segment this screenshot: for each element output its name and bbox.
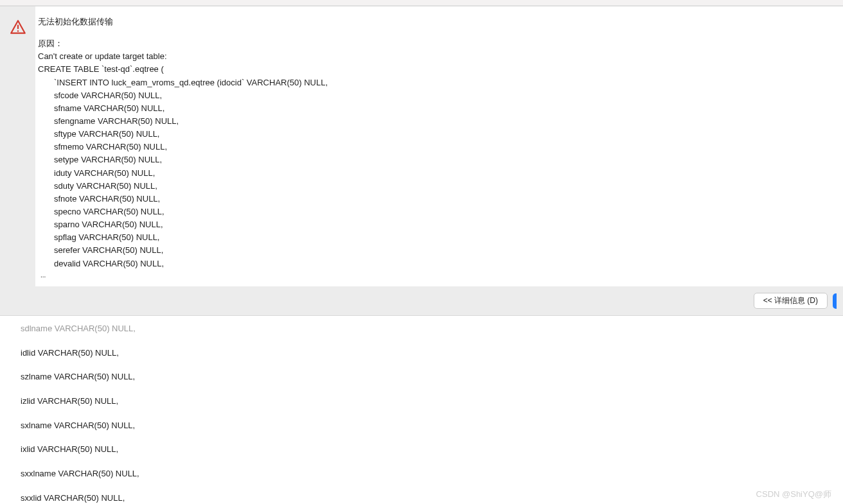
svg-rect-1 (17, 30, 18, 31)
log-col: sdlname VARCHAR(50) NULL, (5, 323, 843, 335)
log-col: ixlid VARCHAR(50) NULL, (5, 444, 843, 456)
log-col: szlname VARCHAR(50) NULL, (5, 371, 843, 383)
dialog-icon-slot (0, 6, 35, 36)
dialog-col: sduty VARCHAR(50) NULL, (38, 180, 834, 193)
dialog-reason-label: 原因： (38, 37, 834, 50)
log-col: sxlname VARCHAR(50) NULL, (5, 420, 843, 432)
dialog-trailing: ... (38, 270, 834, 281)
dialog-body: 无法初始化数据传输 原因： Can't create or update tar… (35, 6, 843, 286)
log-col: izlid VARCHAR(50) NULL, (5, 395, 843, 408)
dialog-col: sfname VARCHAR(50) NULL, (38, 102, 834, 115)
dialog-col: sfcode VARCHAR(50) NULL, (38, 89, 834, 102)
warning-icon (10, 19, 26, 36)
sql-log-panel[interactable]: sdlname VARCHAR(50) NULL, idlid VARCHAR(… (0, 316, 843, 504)
error-dialog: 无法初始化数据传输 原因： Can't create or update tar… (0, 6, 843, 316)
details-button[interactable]: << 详细信息 (D) (754, 293, 828, 309)
primary-button-sliver[interactable] (833, 293, 837, 309)
dialog-col: sparno VARCHAR(50) NULL, (38, 218, 834, 231)
log-col: idlid VARCHAR(50) NULL, (5, 347, 843, 360)
dialog-col: iduty VARCHAR(50) NULL, (38, 167, 834, 180)
log-col: sxxlid VARCHAR(50) NULL, (5, 492, 843, 504)
dialog-col: spflag VARCHAR(50) NULL, (38, 231, 834, 244)
dialog-col: sfengname VARCHAR(50) NULL, (38, 115, 834, 128)
dialog-cause-line: Can't create or update target table: (38, 50, 834, 63)
dialog-col: sfmemo VARCHAR(50) NULL, (38, 141, 834, 153)
dialog-col: setype VARCHAR(50) NULL, (38, 153, 834, 166)
log-col: sxxlname VARCHAR(50) NULL, (5, 468, 843, 480)
dialog-col: devalid VARCHAR(50) NULL, (38, 257, 834, 270)
dialog-col: sfnote VARCHAR(50) NULL, (38, 193, 834, 205)
dialog-create-line: CREATE TABLE `test-qd`.eqtree ( (38, 63, 834, 76)
dialog-col: `INSERT INTO luck_eam_vroms_qd.eqtree (i… (38, 76, 834, 89)
svg-rect-0 (17, 25, 18, 30)
dialog-col: sftype VARCHAR(50) NULL, (38, 128, 834, 141)
dialog-col: serefer VARCHAR(50) NULL, (38, 244, 834, 257)
dialog-title: 无法初始化数据传输 (38, 15, 834, 28)
dialog-footer: << 详细信息 (D) (0, 286, 843, 315)
window-titlebar (0, 0, 843, 6)
dialog-col: specno VARCHAR(50) NULL, (38, 205, 834, 218)
